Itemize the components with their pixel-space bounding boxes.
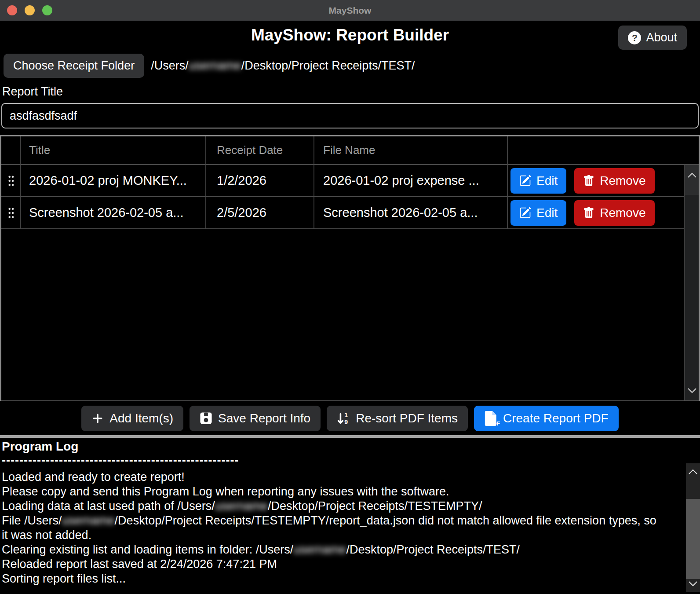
edit-button-label: Edit (536, 174, 558, 188)
drag-handle-dots-icon (7, 207, 15, 219)
table-header-row: Title Receipt Date File Name (1, 136, 699, 165)
pdf-icon-label: PDF (489, 421, 500, 427)
cell-title: 2026-01-02 proj MONKEY... (21, 165, 206, 196)
program-log-title: Program Log (2, 440, 700, 454)
drag-handle-dots-icon (7, 175, 15, 187)
folder-row: Choose Receipt Folder /Users/username/De… (4, 54, 700, 78)
about-button-label: About (646, 31, 677, 44)
table-row: Screenshot 2026-02-05 a... 2/5/2026 Scre… (1, 197, 684, 229)
close-button[interactable] (7, 5, 17, 15)
table-scrollbar[interactable] (684, 165, 699, 400)
plus-icon (91, 412, 104, 425)
remove-button-label: Remove (600, 206, 645, 220)
save-report-info-button[interactable]: Save Report Info (190, 406, 321, 431)
window-title: MayShow (329, 5, 372, 16)
cell-title: Screenshot 2026-02-05 a... (21, 197, 206, 228)
column-header-title: Title (21, 136, 206, 164)
toolbar: Add Item(s) Save Report Info 1 9 Re-sort… (0, 401, 700, 435)
save-report-info-label: Save Report Info (218, 411, 310, 425)
create-report-pdf-button[interactable]: PDF Create Report PDF (474, 406, 619, 431)
log-line: Clearing existing list and loading items… (2, 543, 661, 557)
remove-button[interactable]: Remove (574, 200, 654, 226)
chevron-down-icon[interactable] (685, 384, 699, 397)
trash-icon (583, 175, 594, 187)
page-title: MayShow: Report Builder (251, 26, 449, 44)
log-line: Loading data at last used path of /Users… (2, 499, 661, 513)
trash-icon (583, 207, 594, 219)
path-prefix: /Users/ (151, 59, 189, 72)
choose-receipt-folder-button[interactable]: Choose Receipt Folder (4, 54, 144, 78)
program-log-separator: ----------------------------------------… (2, 454, 700, 467)
create-report-pdf-label: Create Report PDF (503, 411, 609, 425)
minimize-button[interactable] (25, 5, 35, 15)
svg-text:9: 9 (344, 418, 348, 425)
log-line: Loaded and ready to create report! (2, 470, 661, 484)
cell-actions: Edit Remove (508, 197, 684, 228)
resort-pdf-items-button[interactable]: 1 9 Re-sort PDF Items (327, 406, 468, 431)
path-redacted-username: username (189, 59, 241, 72)
report-items-table: Title Receipt Date File Name 2026-01-02 … (0, 135, 700, 401)
cell-receipt-date: 2/5/2026 (206, 197, 314, 228)
log-line: Reloaded report last saved at 2/24/2026 … (2, 557, 661, 572)
traffic-lights (7, 0, 52, 21)
log-scrollbar[interactable] (686, 463, 700, 592)
cell-actions: Edit Remove (508, 165, 684, 196)
report-title-input[interactable] (1, 103, 699, 128)
column-header-receipt-date: Receipt Date (206, 136, 314, 164)
about-button[interactable]: ? About (618, 26, 687, 50)
column-header-actions (508, 136, 699, 164)
sort-numeric-down-icon: 1 9 (337, 412, 350, 425)
table-row: 2026-01-02 proj MONKEY... 1/2/2026 2026-… (1, 165, 684, 197)
log-line: Sorting report files list... (2, 572, 661, 586)
cell-file-name: Screenshot 2026-02-05 a... (314, 197, 508, 228)
chevron-down-icon[interactable] (686, 577, 700, 590)
add-items-label: Add Item(s) (109, 411, 173, 425)
question-circle-icon: ? (628, 31, 641, 44)
zoom-button[interactable] (42, 5, 52, 15)
cell-receipt-date: 1/2/2026 (206, 165, 314, 196)
log-scrollbar-thumb[interactable] (686, 499, 700, 579)
chevron-up-icon[interactable] (685, 169, 699, 182)
app-header: MayShow: Report Builder ? About (0, 21, 700, 50)
edit-button[interactable]: Edit (510, 200, 566, 226)
remove-button-label: Remove (600, 174, 645, 188)
add-items-button[interactable]: Add Item(s) (81, 406, 183, 431)
program-log-lines: Loaded and ready to create report! Pleas… (2, 470, 661, 586)
pencil-square-icon (519, 207, 531, 219)
row-drag-handle[interactable] (1, 165, 21, 196)
program-log-section: Program Log ----------------------------… (0, 438, 700, 592)
log-line: File /Users/username/Desktop/Project Rec… (2, 513, 661, 543)
pdf-file-icon: PDF (484, 411, 497, 426)
resort-pdf-items-label: Re-sort PDF Items (356, 411, 458, 425)
edit-button[interactable]: Edit (510, 168, 566, 194)
floppy-disk-icon (200, 412, 212, 425)
drag-handle-header-cell (1, 136, 21, 164)
log-line: Please copy and send this Program Log wh… (2, 484, 661, 499)
column-header-file-name: File Name (314, 136, 508, 164)
svg-text:1: 1 (344, 412, 348, 418)
cell-file-name: 2026-01-02 proj expense ... (314, 165, 508, 196)
report-title-label: Report Title (2, 85, 700, 99)
remove-button[interactable]: Remove (574, 168, 654, 194)
chevron-up-icon[interactable] (686, 465, 700, 478)
pencil-square-icon (519, 175, 531, 187)
path-suffix: /Desktop/Project Receipts/TEST/ (241, 59, 415, 72)
window-titlebar: MayShow (0, 0, 700, 21)
row-drag-handle[interactable] (1, 197, 21, 228)
edit-button-label: Edit (536, 206, 558, 220)
receipt-folder-path: /Users/username/Desktop/Project Receipts… (151, 59, 415, 73)
